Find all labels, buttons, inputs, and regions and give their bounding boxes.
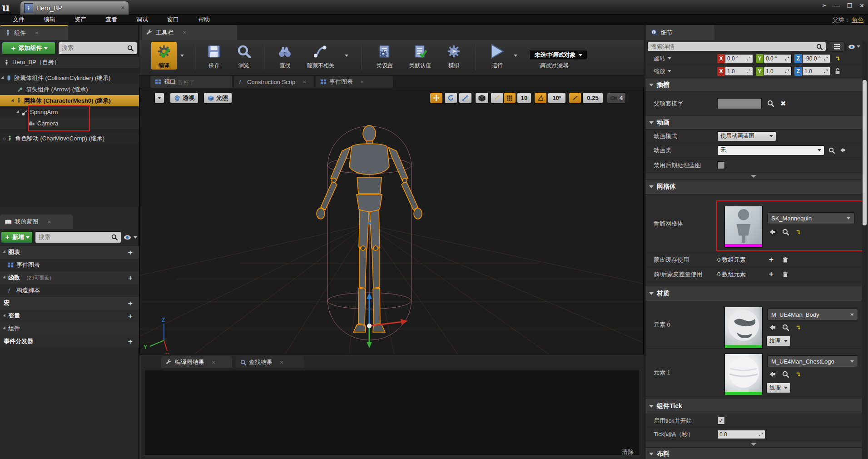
tick-enable-checkbox[interactable]: ✓: [717, 417, 725, 424]
tree-row-arrow[interactable]: 箭头组件 (Arrow) (继承): [0, 84, 139, 95]
add-array-element-icon[interactable]: ＋: [768, 255, 775, 264]
browse-socket-icon[interactable]: [767, 100, 774, 107]
reset-icon[interactable]: [795, 371, 801, 377]
find-button[interactable]: 查找: [274, 42, 296, 70]
surface-snap-button[interactable]: [491, 92, 504, 104]
compile-button[interactable]: 编译: [151, 42, 177, 70]
trash-icon[interactable]: [782, 271, 789, 278]
details-panel-tab[interactable]: 细节: [646, 25, 714, 40]
components-tab-close-icon[interactable]: ✕: [35, 30, 39, 35]
material0-texture-button[interactable]: 纹理: [766, 336, 791, 346]
item-event-graph[interactable]: 事件图表: [0, 259, 139, 271]
tab-event-graph[interactable]: 事件图表 ✕: [316, 76, 393, 88]
my-blueprint-panel-tab[interactable]: 📖 我的蓝图 ✕: [0, 215, 73, 229]
section-macros[interactable]: 宏 ＋: [0, 297, 139, 309]
material1-thumbnail[interactable]: [724, 354, 763, 395]
expand-more-properties[interactable]: [645, 173, 862, 180]
anim-mode-dropdown[interactable]: 使用动画蓝图: [717, 131, 776, 141]
scale-tool-button[interactable]: [459, 92, 472, 104]
my-blueprint-tab-close-icon[interactable]: ✕: [47, 220, 51, 225]
save-button[interactable]: 保存: [203, 42, 225, 70]
rotation-z-field[interactable]: -90.0 °: [802, 54, 830, 63]
translate-tool-button[interactable]: [430, 92, 443, 104]
clear-results-link[interactable]: 清除: [622, 448, 634, 456]
expand-arrow-icon[interactable]: [11, 99, 15, 103]
skeletal-mesh-thumbnail[interactable]: [724, 206, 763, 248]
spinner-icon[interactable]: [759, 432, 763, 437]
add-variable-icon[interactable]: ＋: [127, 312, 134, 320]
scale-z-field[interactable]: 1.0: [802, 67, 830, 76]
minimize-button[interactable]: —: [833, 2, 839, 9]
scale-y-field[interactable]: 1.0: [764, 67, 792, 76]
camera-speed-button[interactable]: 4: [607, 92, 626, 104]
toolbar-tab-close-icon[interactable]: ✕: [183, 30, 186, 35]
play-button[interactable]: 运行: [486, 42, 509, 70]
details-search-input[interactable]: 搜索详情: [647, 42, 826, 51]
expand-arrow-icon[interactable]: [16, 110, 20, 114]
spinner-icon[interactable]: [823, 56, 828, 61]
material1-dropdown[interactable]: M_UE4Man_ChestLogo: [767, 355, 858, 367]
tab-close-icon[interactable]: ✕: [303, 80, 306, 85]
parent-socket-field[interactable]: [717, 98, 762, 109]
parent-class-link[interactable]: 角色: [852, 16, 863, 23]
use-selected-icon[interactable]: [839, 147, 846, 153]
rotation-y-field[interactable]: 0.0 °: [764, 54, 792, 63]
tree-row-mesh-selected[interactable]: 网格体 (CharacterMesh0) (继承): [0, 95, 139, 106]
spinner-icon[interactable]: [746, 56, 751, 61]
add-graph-icon[interactable]: ＋: [127, 248, 134, 257]
lit-mode-button[interactable]: 光照: [203, 92, 232, 104]
add-component-button[interactable]: ＋添加组件: [2, 42, 55, 55]
chevron-down-icon[interactable]: [668, 57, 671, 60]
close-button[interactable]: ✕: [859, 2, 864, 9]
tab-close-icon[interactable]: ✕: [212, 360, 215, 365]
add-function-icon[interactable]: ＋: [127, 274, 134, 282]
item-construction-script[interactable]: 构造脚本: [0, 284, 139, 297]
tree-row-self[interactable]: Hero_BP（自身）: [0, 57, 139, 68]
material0-thumbnail[interactable]: [724, 307, 763, 349]
spinner-icon[interactable]: [746, 69, 751, 74]
scale-snap-toggle-button[interactable]: [569, 92, 581, 104]
rotation-x-field[interactable]: 0.0 °: [725, 54, 753, 63]
hide-unrelated-button[interactable]: 隐藏不相关: [301, 42, 340, 70]
add-macro-icon[interactable]: ＋: [127, 299, 134, 308]
scale-snap-value-button[interactable]: 0.25: [582, 92, 603, 104]
compiler-results-output[interactable]: [144, 370, 640, 455]
maximize-button[interactable]: ❐: [847, 2, 852, 9]
perspective-button[interactable]: 透视: [170, 92, 198, 104]
rotation-snap-value-button[interactable]: 10°: [548, 92, 566, 104]
browse-asset-icon[interactable]: [782, 324, 789, 331]
menu-view[interactable]: 查看: [99, 15, 124, 24]
components-panel-tab[interactable]: 组件 ✕: [0, 25, 68, 40]
spinner-icon[interactable]: [785, 69, 789, 74]
browse-anim-icon[interactable]: [828, 147, 835, 154]
section-animation[interactable]: 动画: [645, 116, 862, 130]
section-socket[interactable]: 插槽: [645, 79, 862, 91]
disable-postprocess-checkbox[interactable]: ✓: [717, 161, 725, 169]
lock-scale-icon[interactable]: [834, 68, 841, 75]
3d-viewport[interactable]: Z Y X 透视 光照 10 10° 0.25 4: [139, 88, 644, 354]
section-event-dispatchers[interactable]: 事件分发器 ＋: [0, 335, 139, 348]
rotate-tool-button[interactable]: [444, 92, 457, 104]
play-options-chevron-icon[interactable]: [514, 55, 517, 57]
browse-button[interactable]: 浏览: [233, 42, 255, 70]
class-settings-button[interactable]: 类设置: [371, 42, 398, 70]
rotation-snap-toggle-button[interactable]: [534, 92, 547, 104]
reset-rotation-icon[interactable]: [835, 55, 841, 61]
expand-arrow-icon[interactable]: [1, 76, 5, 80]
use-selected-icon[interactable]: [768, 229, 776, 235]
skeletal-mesh-dropdown[interactable]: SK_Mannequin: [767, 212, 854, 224]
section-graphs[interactable]: 图表 ＋: [0, 246, 139, 259]
section-variables[interactable]: 变量 ＋: [0, 309, 139, 322]
section-functions[interactable]: 函数 （29可覆盖） ＋: [0, 271, 139, 284]
trash-icon[interactable]: [782, 256, 789, 263]
asset-tab-hero-bp[interactable]: Hero_BP ✕: [20, 1, 129, 15]
section-mesh[interactable]: 网格体: [645, 180, 862, 195]
tab-close-icon[interactable]: ✕: [121, 5, 125, 11]
menu-help[interactable]: 帮助: [192, 15, 216, 24]
add-array-element-icon[interactable]: ＋: [768, 269, 775, 279]
tab-compiler-results[interactable]: 编译器结果 ✕: [161, 356, 232, 368]
clear-socket-icon[interactable]: ✖: [780, 100, 786, 108]
tab-close-icon[interactable]: ✕: [280, 360, 283, 365]
components-search-input[interactable]: 搜索: [58, 42, 137, 55]
menu-asset[interactable]: 资产: [68, 15, 93, 24]
